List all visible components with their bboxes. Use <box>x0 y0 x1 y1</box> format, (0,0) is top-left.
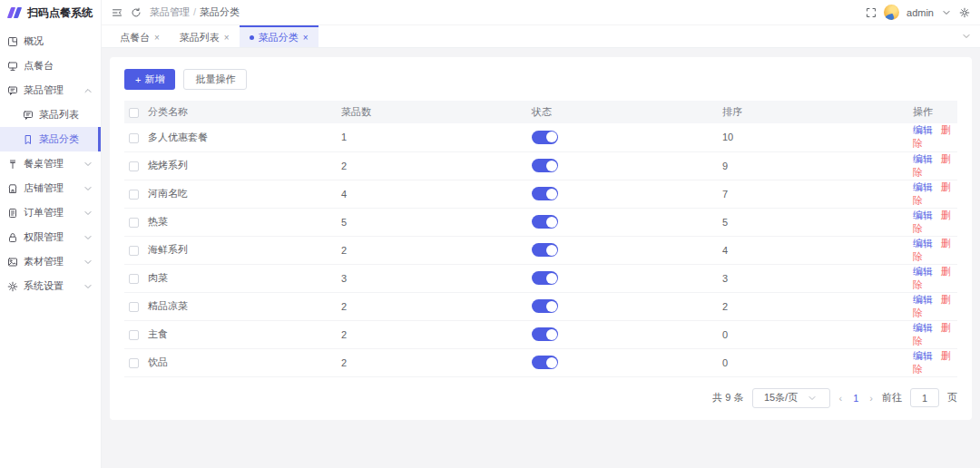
category-name-cell: 肉菜 <box>148 264 341 292</box>
dish-count-cell: 3 <box>341 264 532 292</box>
status-toggle[interactable] <box>532 243 558 257</box>
row-checkbox[interactable] <box>129 358 139 368</box>
row-checkbox[interactable] <box>129 161 139 171</box>
select-all-checkbox[interactable] <box>129 108 139 118</box>
sort-cell: 4 <box>722 236 913 264</box>
edit-link[interactable]: 编辑 <box>913 294 933 305</box>
sidebar-chevron-icon <box>83 281 93 292</box>
active-tab-dot <box>250 35 254 40</box>
next-page-button[interactable]: › <box>868 393 874 404</box>
fullscreen-icon[interactable] <box>866 7 877 18</box>
goto-label: 前往 <box>882 391 902 405</box>
goto-unit-label: 页 <box>947 391 957 405</box>
edit-link[interactable]: 编辑 <box>913 266 933 277</box>
category-name-cell: 精品凉菜 <box>148 292 341 320</box>
category-name-cell: 主食 <box>148 320 341 348</box>
page-size-select[interactable]: 15条/页 <box>752 388 830 408</box>
username[interactable]: admin <box>906 7 934 18</box>
sidebar-item-3[interactable]: 餐桌管理 <box>0 151 101 176</box>
dish-count-cell: 5 <box>341 208 532 236</box>
pagination: 共 9 条 15条/页 ‹ 1 › 前往 页 <box>124 388 957 408</box>
breadcrumb-separator: / <box>193 6 196 17</box>
edit-link[interactable]: 编辑 <box>913 153 933 164</box>
dish-count-cell: 4 <box>341 180 532 208</box>
category-name-cell: 河南名吃 <box>148 180 341 208</box>
page-size-chevron-down-icon <box>807 393 818 404</box>
settings-gear-icon[interactable] <box>959 7 970 18</box>
tab-0[interactable]: 点餐台× <box>110 25 170 47</box>
sidebar-item-8[interactable]: 系统设置 <box>0 274 101 298</box>
sidebar-item-5[interactable]: 订单管理 <box>0 200 101 225</box>
status-toggle[interactable] <box>532 356 558 369</box>
row-checkbox[interactable] <box>129 190 139 200</box>
status-toggle[interactable] <box>532 187 558 200</box>
status-toggle[interactable] <box>532 159 558 172</box>
avatar[interactable] <box>884 5 899 20</box>
dish-count-cell: 2 <box>341 151 532 180</box>
sidebar-item-6[interactable]: 权限管理 <box>0 225 101 249</box>
status-toggle[interactable] <box>532 215 558 229</box>
row-checkbox[interactable] <box>129 302 139 312</box>
sidebar-item-0[interactable]: 概况 <box>0 29 101 54</box>
menu-fold-icon[interactable] <box>112 7 122 18</box>
edit-link[interactable]: 编辑 <box>913 238 933 249</box>
tab-close-icon[interactable]: × <box>224 33 230 43</box>
page-number-1[interactable]: 1 <box>851 393 860 404</box>
sidebar: 扫码点餐系统 概况点餐台菜品管理菜品列表菜品分类餐桌管理店铺管理订单管理权限管理… <box>0 0 102 468</box>
app-logo-icon <box>8 7 22 18</box>
edit-link[interactable]: 编辑 <box>913 124 933 135</box>
edit-link[interactable]: 编辑 <box>913 210 933 220</box>
row-checkbox[interactable] <box>129 274 139 284</box>
table-row: 精品凉菜22编辑删除 <box>124 292 957 320</box>
sidebar-subitem-2-0[interactable]: 菜品列表 <box>0 102 101 127</box>
edit-link[interactable]: 编辑 <box>913 350 933 361</box>
add-button[interactable]: + 新增 <box>124 69 175 90</box>
refresh-icon[interactable] <box>131 7 142 18</box>
dish-count-cell: 1 <box>341 123 532 151</box>
sidebar-item-4[interactable]: 店铺管理 <box>0 176 101 200</box>
sidebar-subitem-2-1[interactable]: 菜品分类 <box>0 127 101 151</box>
sidebar-item-7[interactable]: 素材管理 <box>0 249 101 274</box>
row-checkbox[interactable] <box>129 246 139 256</box>
status-toggle[interactable] <box>532 327 558 341</box>
user-chevron-down-icon[interactable] <box>941 7 952 18</box>
table-header-row: 分类名称 菜品数 状态 排序 操作 <box>124 101 957 123</box>
tab-close-icon[interactable]: × <box>154 33 160 43</box>
sidebar-chevron-icon <box>83 183 93 194</box>
row-checkbox[interactable] <box>129 330 139 340</box>
dish-count-cell: 2 <box>341 292 532 320</box>
overview-icon <box>7 36 18 47</box>
table-row: 多人优惠套餐110编辑删除 <box>124 123 957 151</box>
category-name-cell: 饮品 <box>148 348 341 376</box>
tab-close-icon[interactable]: × <box>303 33 309 43</box>
status-toggle[interactable] <box>532 271 558 285</box>
goto-page-input[interactable] <box>910 388 939 407</box>
sidebar-chevron-icon <box>83 257 93 268</box>
tab-options-chevron-down-icon[interactable] <box>961 31 972 42</box>
dish-count-cell: 2 <box>341 348 532 376</box>
topbar: 菜品管理/菜品分类 admin <box>102 0 980 25</box>
edit-link[interactable]: 编辑 <box>913 181 933 192</box>
pagination-total: 共 9 条 <box>712 391 743 405</box>
sidebar-item-1[interactable]: 点餐台 <box>0 54 101 78</box>
status-toggle[interactable] <box>532 131 558 144</box>
table-row: 饮品20编辑删除 <box>124 348 957 376</box>
row-checkbox[interactable] <box>129 218 139 228</box>
dish-count-cell: 2 <box>341 236 532 264</box>
status-toggle[interactable] <box>532 299 558 313</box>
sort-cell: 0 <box>722 320 913 348</box>
app-root: 扫码点餐系统 概况点餐台菜品管理菜品列表菜品分类餐桌管理店铺管理订单管理权限管理… <box>0 0 980 468</box>
table-row: 主食20编辑删除 <box>124 320 957 348</box>
tab-1[interactable]: 菜品列表× <box>170 25 240 47</box>
batch-operation-button[interactable]: 批量操作 <box>183 69 247 90</box>
table-row: 河南名吃47编辑删除 <box>124 180 957 208</box>
prev-page-button[interactable]: ‹ <box>838 393 844 404</box>
order-icon <box>7 208 18 219</box>
dish-icon <box>7 85 18 96</box>
tab-2[interactable]: 菜品分类× <box>240 25 318 47</box>
row-checkbox[interactable] <box>129 133 139 143</box>
sort-cell: 7 <box>722 180 913 208</box>
counter-icon <box>7 61 18 72</box>
sidebar-item-2[interactable]: 菜品管理 <box>0 78 101 102</box>
edit-link[interactable]: 编辑 <box>913 322 933 333</box>
